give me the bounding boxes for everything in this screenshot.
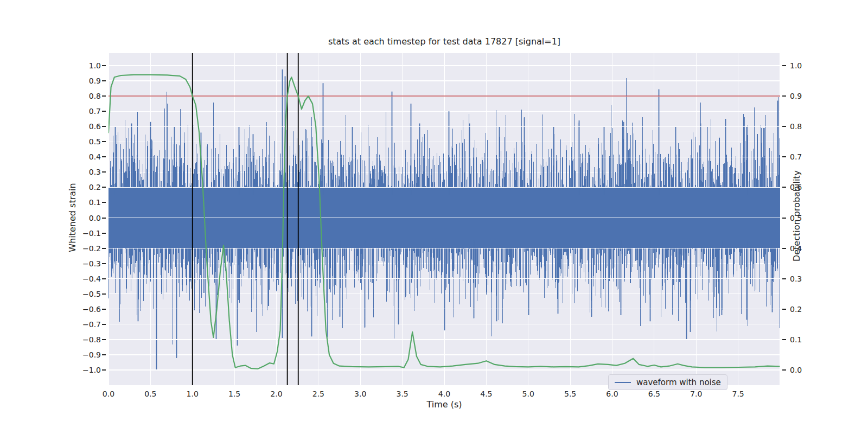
y-tick-mark-right: [782, 248, 786, 249]
x-tick-label: 6.0: [606, 388, 618, 399]
y-tick-mark-right: [782, 339, 786, 340]
y-tick-mark-left: [102, 278, 106, 279]
x-tick-label: 6.5: [648, 388, 660, 399]
y-tick-label-right: 0.6: [790, 182, 802, 193]
y-tick-label-left: 0.6: [68, 121, 101, 132]
y-tick-mark-left: [102, 187, 106, 188]
y-tick-label-left: −0.8: [68, 334, 101, 345]
y-tick-mark-right: [782, 278, 786, 279]
y-tick-mark-left: [102, 324, 106, 325]
y-tick-label-right: 0.2: [790, 304, 802, 315]
y-tick-mark-left: [102, 80, 106, 81]
chart-canvas: [108, 53, 780, 385]
y-tick-label-right: 0.0: [790, 365, 802, 375]
y-tick-mark-left: [102, 354, 106, 355]
x-tick-label: 2.5: [312, 388, 324, 399]
x-tick-label: 3.0: [354, 388, 366, 399]
y-tick-mark-left: [102, 202, 106, 203]
x-tick-label: 7.5: [732, 388, 744, 399]
y-tick-mark-left: [102, 111, 106, 112]
legend-line-sample: [615, 382, 631, 383]
y-tick-mark-left: [102, 156, 106, 157]
y-tick-label-right: 0.9: [790, 91, 802, 101]
y-tick-label-left: −0.4: [68, 273, 101, 284]
y-tick-mark-right: [782, 126, 786, 127]
y-tick-mark-left: [102, 263, 106, 264]
y-tick-label-right: 0.7: [790, 151, 802, 162]
x-tick-label: 2.0: [270, 388, 282, 399]
plot-area: [108, 53, 780, 385]
x-tick-label: 4.0: [438, 388, 450, 399]
x-axis-label: Time (s): [426, 399, 462, 410]
x-tick-label: 3.5: [396, 388, 408, 399]
y-tick-label-left: 1.0: [68, 60, 101, 71]
y-tick-mark-right: [782, 309, 786, 310]
y-tick-mark-right: [782, 95, 786, 97]
y-tick-label-left: 0.0: [68, 213, 101, 224]
x-tick-label: 7.0: [690, 388, 702, 399]
y-tick-label-left: −0.9: [68, 349, 101, 360]
y-tick-mark-right: [782, 65, 786, 66]
legend-label: waveform with noise: [636, 378, 721, 387]
y-tick-mark-left: [102, 369, 106, 371]
y-tick-mark-right: [782, 156, 786, 157]
y-tick-label-left: 0.7: [68, 106, 101, 117]
y-tick-label-left: 0.2: [68, 182, 101, 193]
figure: stats at each timestep for test data 178…: [0, 0, 868, 434]
y-tick-mark-left: [102, 171, 106, 173]
y-tick-label-left: −0.3: [68, 258, 101, 269]
y-tick-label-left: 0.3: [68, 167, 101, 177]
y-tick-label-left: 0.1: [68, 197, 101, 208]
y-tick-label-left: −0.5: [68, 289, 101, 299]
y-tick-label-left: −0.6: [68, 304, 101, 315]
y-tick-mark-left: [102, 141, 106, 142]
x-tick-label: 4.5: [480, 388, 492, 399]
y-tick-mark-left: [102, 293, 106, 295]
y-tick-mark-left: [102, 65, 106, 66]
y-tick-mark-left: [102, 218, 106, 219]
y-tick-label-right: 1.0: [790, 60, 802, 71]
y-tick-mark-left: [102, 95, 106, 97]
x-tick-label: 0.0: [103, 388, 114, 399]
y-tick-label-left: −0.2: [68, 243, 101, 254]
y-tick-label-left: 0.4: [68, 151, 101, 162]
x-tick-label: 5.5: [564, 388, 576, 399]
y-tick-label-left: −0.1: [68, 228, 101, 239]
y-tick-mark-left: [102, 126, 106, 127]
y-tick-mark-left: [102, 233, 106, 234]
y-tick-label-left: 0.9: [68, 75, 101, 86]
y-tick-label-right: 0.5: [790, 213, 802, 224]
y-tick-mark-right: [782, 187, 786, 188]
x-tick-label: 1.5: [228, 388, 240, 399]
y-tick-label-left: −1.0: [68, 365, 101, 375]
y-tick-label-right: 0.8: [790, 121, 802, 132]
y-tick-label-left: 0.8: [68, 91, 101, 101]
y-tick-mark-left: [102, 248, 106, 249]
chart-title: stats at each timestep for test data 178…: [328, 36, 560, 47]
y-tick-label-left: −0.7: [68, 319, 101, 330]
y-tick-mark-right: [782, 369, 786, 371]
y-tick-label-right: 0.4: [790, 243, 802, 254]
x-tick-label: 5.0: [522, 388, 534, 399]
y-tick-mark-right: [782, 218, 786, 219]
y-tick-label-right: 0.1: [790, 334, 802, 345]
y-tick-mark-left: [102, 309, 106, 310]
x-tick-label: 1.0: [187, 388, 199, 399]
y-tick-mark-left: [102, 339, 106, 340]
y-tick-label-right: 0.3: [790, 273, 802, 284]
x-tick-label: 0.5: [144, 388, 156, 399]
y-tick-label-left: 0.5: [68, 136, 101, 147]
legend: waveform with noise: [608, 374, 727, 390]
